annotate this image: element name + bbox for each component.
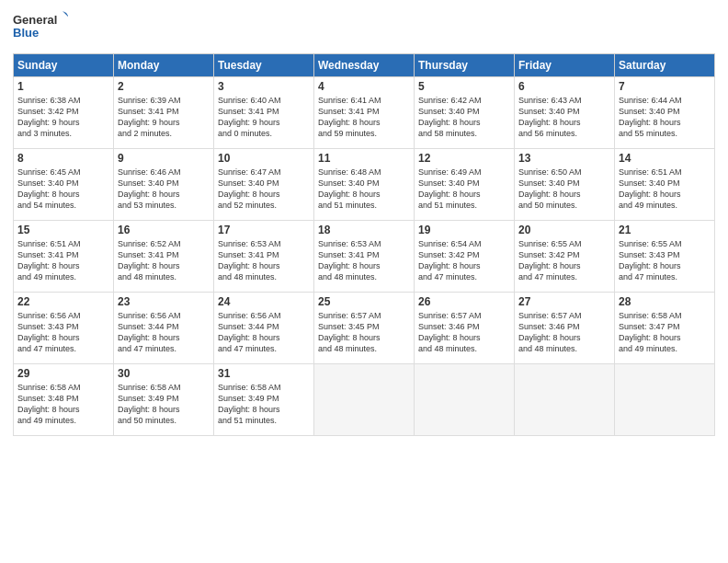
logo: General Blue [13,9,68,46]
calendar-cell: 10Sunrise: 6:47 AMSunset: 3:40 PMDayligh… [214,149,314,221]
day-info: Sunrise: 6:38 AMSunset: 3:42 PMDaylight:… [17,95,109,140]
calendar-cell: 9Sunrise: 6:46 AMSunset: 3:40 PMDaylight… [114,149,214,221]
calendar-cell: 2Sunrise: 6:39 AMSunset: 3:41 PMDaylight… [114,77,214,149]
day-number: 3 [218,80,310,93]
day-number: 20 [518,224,610,236]
day-info: Sunrise: 6:55 AMSunset: 3:43 PMDaylight:… [619,238,711,283]
day-number: 30 [118,367,210,380]
day-info: Sunrise: 6:58 AMSunset: 3:49 PMDaylight:… [218,382,310,427]
day-info: Sunrise: 6:56 AMSunset: 3:44 PMDaylight:… [118,310,210,355]
page-container: General Blue SundayMondayTuesdayWednesda… [0,0,728,445]
calendar-cell: 26Sunrise: 6:57 AMSunset: 3:46 PMDayligh… [415,293,515,364]
day-info: Sunrise: 6:47 AMSunset: 3:40 PMDaylight:… [218,167,310,212]
calendar-cell: 23Sunrise: 6:56 AMSunset: 3:44 PMDayligh… [114,293,214,364]
day-info: Sunrise: 6:53 AMSunset: 3:41 PMDaylight:… [318,238,410,283]
svg-text:General: General [13,13,57,27]
calendar-cell: 30Sunrise: 6:58 AMSunset: 3:49 PMDayligh… [114,364,214,436]
day-number: 11 [318,152,410,165]
day-info: Sunrise: 6:50 AMSunset: 3:40 PMDaylight:… [518,167,610,212]
day-number: 10 [218,152,310,165]
calendar-cell: 4Sunrise: 6:41 AMSunset: 3:41 PMDaylight… [314,77,415,149]
calendar-cell: 16Sunrise: 6:52 AMSunset: 3:41 PMDayligh… [114,221,214,293]
day-info: Sunrise: 6:54 AMSunset: 3:42 PMDaylight:… [418,238,510,283]
calendar-cell: 27Sunrise: 6:57 AMSunset: 3:46 PMDayligh… [515,293,615,364]
svg-text:Blue: Blue [13,26,39,40]
calendar-cell: 12Sunrise: 6:49 AMSunset: 3:40 PMDayligh… [415,149,515,221]
day-number: 6 [518,80,610,93]
calendar-cell: 1Sunrise: 6:38 AMSunset: 3:42 PMDaylight… [14,77,114,149]
day-info: Sunrise: 6:51 AMSunset: 3:41 PMDaylight:… [17,238,109,283]
col-header-thursday: Thursday [415,54,515,77]
day-number: 5 [418,80,510,93]
day-number: 23 [118,295,210,308]
col-header-wednesday: Wednesday [314,54,415,77]
day-number: 19 [418,224,510,236]
day-number: 31 [218,367,310,380]
calendar-cell: 11Sunrise: 6:48 AMSunset: 3:40 PMDayligh… [314,149,415,221]
day-info: Sunrise: 6:51 AMSunset: 3:40 PMDaylight:… [619,167,711,212]
col-header-monday: Monday [114,54,214,77]
day-number: 9 [118,152,210,165]
calendar-cell: 24Sunrise: 6:56 AMSunset: 3:44 PMDayligh… [214,293,314,364]
day-number: 7 [619,80,711,93]
svg-marker-2 [63,11,68,18]
day-info: Sunrise: 6:45 AMSunset: 3:40 PMDaylight:… [17,167,109,212]
calendar-cell: 13Sunrise: 6:50 AMSunset: 3:40 PMDayligh… [515,149,615,221]
day-number: 13 [518,152,610,165]
day-info: Sunrise: 6:40 AMSunset: 3:41 PMDaylight:… [218,95,310,140]
calendar-cell: 29Sunrise: 6:58 AMSunset: 3:48 PMDayligh… [14,364,114,436]
day-info: Sunrise: 6:43 AMSunset: 3:40 PMDaylight:… [518,95,610,140]
calendar-cell: 31Sunrise: 6:58 AMSunset: 3:49 PMDayligh… [214,364,314,436]
day-number: 26 [418,295,510,308]
day-number: 12 [418,152,510,165]
calendar-cell: 8Sunrise: 6:45 AMSunset: 3:40 PMDaylight… [14,149,114,221]
day-number: 15 [17,224,109,236]
calendar-cell: 18Sunrise: 6:53 AMSunset: 3:41 PMDayligh… [314,221,415,293]
day-info: Sunrise: 6:56 AMSunset: 3:44 PMDaylight:… [218,310,310,355]
day-number: 8 [17,152,109,165]
day-info: Sunrise: 6:44 AMSunset: 3:40 PMDaylight:… [619,95,711,140]
calendar-cell: 5Sunrise: 6:42 AMSunset: 3:40 PMDaylight… [415,77,515,149]
calendar-cell: 3Sunrise: 6:40 AMSunset: 3:41 PMDaylight… [214,77,314,149]
day-info: Sunrise: 6:48 AMSunset: 3:40 PMDaylight:… [318,167,410,212]
calendar-table: SundayMondayTuesdayWednesdayThursdayFrid… [13,53,715,436]
calendar-cell: 25Sunrise: 6:57 AMSunset: 3:45 PMDayligh… [314,293,415,364]
calendar-cell [415,364,515,436]
calendar-cell: 17Sunrise: 6:53 AMSunset: 3:41 PMDayligh… [214,221,314,293]
day-info: Sunrise: 6:57 AMSunset: 3:46 PMDaylight:… [418,310,510,355]
day-info: Sunrise: 6:57 AMSunset: 3:46 PMDaylight:… [518,310,610,355]
day-number: 14 [619,152,711,165]
day-number: 24 [218,295,310,308]
calendar-cell: 22Sunrise: 6:56 AMSunset: 3:43 PMDayligh… [14,293,114,364]
day-number: 27 [518,295,610,308]
day-info: Sunrise: 6:55 AMSunset: 3:42 PMDaylight:… [518,238,610,283]
day-number: 28 [619,295,711,308]
calendar-cell: 14Sunrise: 6:51 AMSunset: 3:40 PMDayligh… [615,149,715,221]
day-number: 22 [17,295,109,308]
calendar-cell [615,364,715,436]
day-number: 25 [318,295,410,308]
day-number: 4 [318,80,410,93]
logo-svg: General Blue [13,9,68,46]
day-info: Sunrise: 6:46 AMSunset: 3:40 PMDaylight:… [118,167,210,212]
header: General Blue [13,9,715,46]
day-info: Sunrise: 6:57 AMSunset: 3:45 PMDaylight:… [318,310,410,355]
day-number: 29 [17,367,109,380]
day-number: 18 [318,224,410,236]
day-info: Sunrise: 6:56 AMSunset: 3:43 PMDaylight:… [17,310,109,355]
day-number: 2 [118,80,210,93]
day-info: Sunrise: 6:41 AMSunset: 3:41 PMDaylight:… [318,95,410,140]
day-number: 21 [619,224,711,236]
calendar-cell: 6Sunrise: 6:43 AMSunset: 3:40 PMDaylight… [515,77,615,149]
calendar-cell [314,364,415,436]
calendar-cell: 21Sunrise: 6:55 AMSunset: 3:43 PMDayligh… [615,221,715,293]
day-info: Sunrise: 6:52 AMSunset: 3:41 PMDaylight:… [118,238,210,283]
calendar-cell: 15Sunrise: 6:51 AMSunset: 3:41 PMDayligh… [14,221,114,293]
col-header-tuesday: Tuesday [214,54,314,77]
day-info: Sunrise: 6:58 AMSunset: 3:49 PMDaylight:… [118,382,210,427]
day-info: Sunrise: 6:53 AMSunset: 3:41 PMDaylight:… [218,238,310,283]
col-header-friday: Friday [515,54,615,77]
day-number: 16 [118,224,210,236]
day-number: 17 [218,224,310,236]
day-info: Sunrise: 6:42 AMSunset: 3:40 PMDaylight:… [418,95,510,140]
